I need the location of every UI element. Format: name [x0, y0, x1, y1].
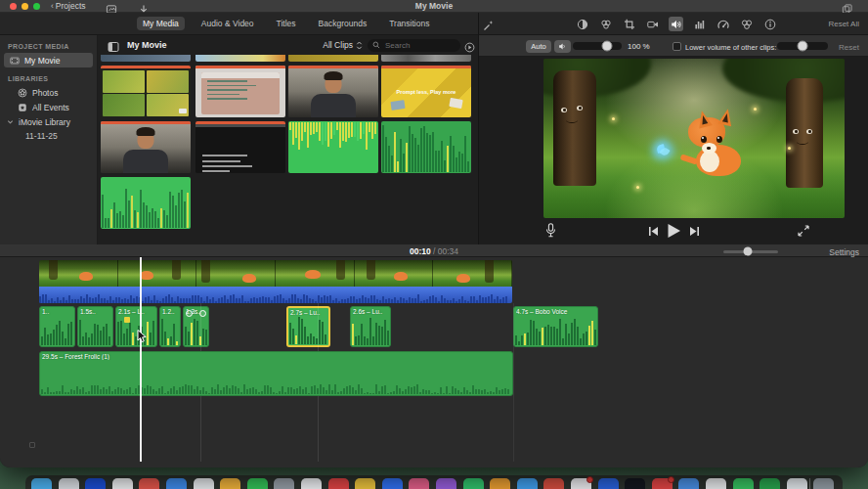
- tab-audio-video[interactable]: Audio & Video: [195, 17, 260, 30]
- dock-app-icon[interactable]: [598, 478, 619, 489]
- dock-app-icon[interactable]: [301, 478, 322, 489]
- autoplay-circle-icon[interactable]: [464, 39, 475, 50]
- ducking-slider[interactable]: [777, 42, 828, 50]
- dock-app-icon[interactable]: [409, 478, 429, 489]
- clip-thumb-slide[interactable]: Prompt less, Play more: [381, 66, 471, 117]
- dock-app-icon[interactable]: [274, 478, 294, 489]
- dock-app-icon[interactable]: [382, 478, 403, 489]
- effects-icon[interactable]: [739, 17, 754, 31]
- dock-app-icon[interactable]: [166, 478, 187, 489]
- dock-app-icon[interactable]: [139, 478, 159, 489]
- volume-icon[interactable]: [669, 17, 683, 31]
- sidebar-item-event-date[interactable]: 11-11-25: [0, 129, 97, 143]
- sidebar-item-all-events[interactable]: All Events: [4, 100, 93, 114]
- dock-app-icon[interactable]: [220, 478, 240, 489]
- background-music-clip[interactable]: 29.5s – Forest Frolic (1): [39, 351, 513, 396]
- timeline-audio-clip[interactable]: 1.5s..: [77, 306, 113, 347]
- clip-thumb-presenter-2[interactable]: [101, 121, 191, 173]
- speed-icon[interactable]: [716, 17, 730, 31]
- playhead[interactable]: [140, 257, 142, 462]
- dock-app-icon[interactable]: [678, 478, 699, 489]
- reset-all-button[interactable]: Reset All: [828, 20, 859, 28]
- dock[interactable]: [25, 475, 843, 489]
- voiceover-mic-icon[interactable]: [545, 223, 556, 238]
- dock-app-icon[interactable]: [517, 478, 538, 489]
- dock-app-icon[interactable]: [490, 478, 510, 489]
- video-clip-audio-waveform[interactable]: [39, 287, 512, 303]
- search-input[interactable]: [383, 40, 452, 51]
- timeline-zoom-slider[interactable]: [723, 250, 778, 253]
- timeline-audio-clip[interactable]: 4.7s – Bobo Voice: [513, 306, 598, 347]
- search-field[interactable]: [368, 39, 460, 52]
- clip-thumb-notes[interactable]: [195, 66, 285, 117]
- dock-app-icon[interactable]: [706, 478, 726, 489]
- timeline-audio-clip[interactable]: 2.6s – Lu..: [350, 306, 391, 347]
- color-balance-icon[interactable]: [575, 17, 589, 31]
- clip-thumb-partial[interactable]: [288, 55, 378, 62]
- dock-app-icon[interactable]: [31, 478, 52, 489]
- dock-app-icon[interactable]: [733, 478, 754, 489]
- sidebar-item-photos[interactable]: Photos: [4, 85, 93, 100]
- dock-app-icon[interactable]: [112, 478, 133, 489]
- tab-transitions[interactable]: Transitions: [383, 17, 435, 30]
- dock-app-icon[interactable]: [85, 478, 106, 489]
- mute-speaker-button[interactable]: [554, 40, 571, 53]
- timeline-audio-clip[interactable]: 1.2..: [159, 306, 181, 347]
- dock-app-icon[interactable]: [571, 478, 591, 489]
- crop-icon[interactable]: [622, 17, 636, 31]
- clip-thumb-presenter[interactable]: [288, 66, 378, 117]
- fullscreen-icon[interactable]: [798, 225, 809, 237]
- clip-thumb-partial[interactable]: [195, 55, 285, 62]
- enhance-wand-icon[interactable]: [482, 18, 494, 29]
- clip-thumb-screen-grid[interactable]: [101, 66, 191, 117]
- clip-thumb-partial[interactable]: [101, 55, 191, 62]
- ducking-slider-knob[interactable]: [798, 41, 808, 52]
- dock-app-icon[interactable]: [463, 478, 484, 489]
- skip-forward-button[interactable]: [689, 226, 700, 237]
- dock-app-icon[interactable]: [355, 478, 375, 489]
- dock-app-icon[interactable]: [247, 478, 268, 489]
- tab-my-media[interactable]: My Media: [137, 17, 185, 30]
- auto-volume-button[interactable]: Auto: [526, 40, 551, 53]
- dock-app-icon[interactable]: [787, 478, 807, 489]
- timeline-audio-clip[interactable]: 1.3s..: [183, 306, 209, 347]
- stabilization-icon[interactable]: [645, 17, 660, 31]
- dock-app-icon[interactable]: [813, 478, 834, 489]
- volume-slider-knob[interactable]: [602, 41, 613, 52]
- clip-thumb-audio-1[interactable]: [288, 121, 378, 173]
- clip-thumb-partial[interactable]: [381, 55, 471, 62]
- reset-button[interactable]: Reset: [839, 43, 859, 52]
- fade-handle[interactable]: [199, 310, 206, 317]
- info-icon[interactable]: [762, 17, 777, 31]
- sidebar-item-imovie-library[interactable]: iMovie Library: [4, 114, 93, 129]
- lower-volume-checkbox[interactable]: [673, 42, 681, 51]
- clip-thumb-screen-dark[interactable]: [195, 121, 285, 173]
- dock-app-icon[interactable]: [625, 478, 645, 489]
- clip-volume-slider[interactable]: [573, 42, 622, 50]
- dock-app-icon[interactable]: [760, 478, 780, 489]
- timeline-audio-clip[interactable]: 2.7s – Lu..: [286, 306, 330, 347]
- clips-filter-dropdown[interactable]: All Clips: [323, 40, 363, 50]
- zoom-slider-knob[interactable]: [744, 247, 753, 256]
- dock-app-icon[interactable]: [59, 478, 79, 489]
- dock-app-icon[interactable]: [652, 478, 673, 489]
- sidebar-toggle-icon[interactable]: [108, 39, 119, 50]
- dock-app-icon[interactable]: [436, 478, 456, 489]
- window-tile-icon[interactable]: [842, 1, 852, 12]
- timeline-audio-clip[interactable]: 1..: [39, 306, 75, 347]
- play-button[interactable]: [667, 223, 681, 239]
- dock-app-icon[interactable]: [328, 478, 349, 489]
- settings-button[interactable]: Settings: [829, 247, 859, 257]
- tab-titles[interactable]: Titles: [271, 17, 302, 30]
- video-preview[interactable]: [543, 59, 845, 218]
- color-correction-icon[interactable]: [598, 17, 613, 31]
- clip-thumb-audio-2[interactable]: [381, 121, 471, 173]
- tab-backgrounds[interactable]: Backgrounds: [313, 17, 373, 30]
- sidebar-item-my-movie[interactable]: My Movie: [4, 53, 93, 67]
- clip-thumb-audio-3[interactable]: [101, 177, 191, 229]
- dock-app-icon[interactable]: [543, 478, 564, 489]
- dock-app-icon[interactable]: [194, 478, 214, 489]
- video-clip-filmstrip[interactable]: [39, 260, 512, 287]
- skip-back-button[interactable]: [648, 226, 659, 237]
- noise-reduction-icon[interactable]: [692, 17, 707, 31]
